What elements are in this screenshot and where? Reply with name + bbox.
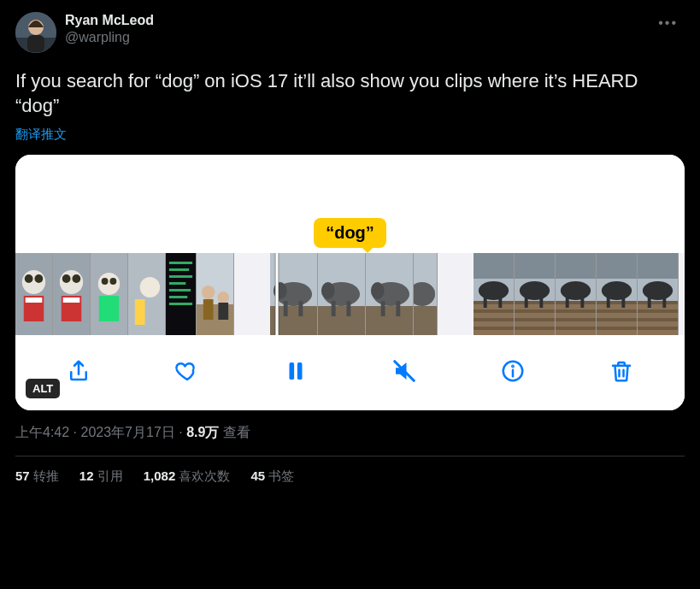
bookmarks-stat[interactable]: 45 书签 [250,468,294,485]
pause-icon [283,358,309,384]
svg-rect-27 [169,275,192,278]
video-timeline[interactable] [15,253,685,335]
thumbnail [53,253,91,335]
playhead[interactable] [275,253,279,335]
svg-rect-94 [597,318,637,321]
svg-rect-74 [515,318,555,321]
thumbnail [15,253,53,335]
svg-rect-65 [474,327,514,330]
heart-icon [174,358,200,384]
views-count: 8.9万 [186,425,219,439]
svg-point-7 [34,274,43,283]
svg-rect-67 [484,296,487,308]
svg-rect-30 [169,296,187,298]
thumbnail [556,253,597,335]
views-label: 查看 [219,425,250,439]
caption-bubble-row: “dog” [15,218,685,248]
trash-icon [609,358,634,384]
svg-rect-9 [26,297,43,303]
svg-point-36 [217,292,229,303]
svg-point-17 [98,273,120,295]
svg-rect-70 [515,253,555,279]
svg-rect-48 [332,301,336,316]
user-handle[interactable]: @warpling [65,29,154,46]
tweet-text: If you search for “dog” on iOS 17 it’ll … [15,68,685,118]
svg-rect-75 [515,327,555,330]
retweets-stat[interactable]: 57 转推 [15,468,59,485]
avatar[interactable] [15,12,56,53]
svg-rect-57 [414,306,437,335]
alt-badge[interactable]: ALT [26,379,60,398]
clip-group-1 [15,253,234,335]
thumbnail [638,253,679,335]
svg-point-86 [561,281,591,300]
media-card[interactable]: “dog” [15,155,685,410]
favorite-button[interactable] [170,354,204,388]
thumbnail [166,253,197,335]
svg-rect-51 [366,306,413,335]
svg-rect-60 [474,253,514,279]
svg-rect-77 [525,296,528,308]
stats-row: 57 转推 12 引用 1,082 喜欢次数 45 书签 [15,468,685,485]
svg-rect-93 [597,309,637,313]
svg-point-53 [371,282,385,299]
svg-rect-49 [346,301,350,316]
svg-rect-107 [648,296,651,308]
svg-point-22 [140,277,160,297]
svg-point-13 [72,274,80,283]
pause-button[interactable] [279,354,313,388]
thumbnail [91,253,128,335]
svg-rect-100 [638,253,678,279]
svg-rect-97 [607,296,610,308]
svg-point-47 [321,282,335,299]
tweet-time[interactable]: 上午4:42 [15,425,69,439]
svg-point-19 [109,278,116,285]
quotes-stat[interactable]: 12 引用 [79,468,123,485]
svg-rect-55 [396,301,400,316]
more-button[interactable]: ••• [651,12,685,34]
thumbnail [414,253,438,335]
svg-point-96 [602,281,632,300]
tweet: Ryan McLeod @warpling ••• If you search … [0,0,700,497]
svg-rect-63 [474,309,514,313]
clip-group-3 [474,253,679,335]
divider [15,456,685,456]
info-icon [500,358,526,384]
svg-rect-110 [297,362,303,380]
share-button[interactable] [62,354,96,388]
svg-rect-26 [169,268,189,271]
svg-rect-95 [597,327,637,330]
translate-link[interactable]: 翻译推文 [15,127,685,143]
svg-rect-90 [597,253,637,279]
svg-rect-73 [515,309,555,313]
display-name[interactable]: Ryan McLeod [65,12,154,29]
svg-rect-78 [539,296,543,308]
svg-rect-25 [169,262,192,264]
svg-point-114 [513,366,514,367]
share-icon [66,358,91,384]
likes-stat[interactable]: 1,082 喜欢次数 [144,468,231,485]
svg-point-34 [202,286,215,299]
svg-rect-20 [99,296,119,321]
svg-rect-83 [556,309,596,313]
svg-rect-85 [556,327,596,330]
thumbnail [128,253,166,335]
delete-button[interactable] [604,354,638,388]
svg-rect-80 [556,253,596,279]
more-icon: ••• [658,15,678,30]
svg-point-12 [62,274,71,283]
thumbnail [197,253,234,335]
speaker-muted-icon [391,358,417,384]
mute-button[interactable] [387,354,421,388]
info-button[interactable] [496,354,530,388]
thumbnail [366,253,414,335]
svg-rect-28 [169,282,185,285]
svg-point-18 [102,278,109,285]
svg-rect-98 [621,296,625,308]
tweet-date[interactable]: 2023年7月17日 [80,425,174,439]
svg-rect-42 [284,301,288,316]
svg-rect-102 [638,301,678,304]
svg-rect-109 [289,362,294,380]
svg-rect-82 [556,301,596,304]
svg-rect-24 [166,253,196,335]
